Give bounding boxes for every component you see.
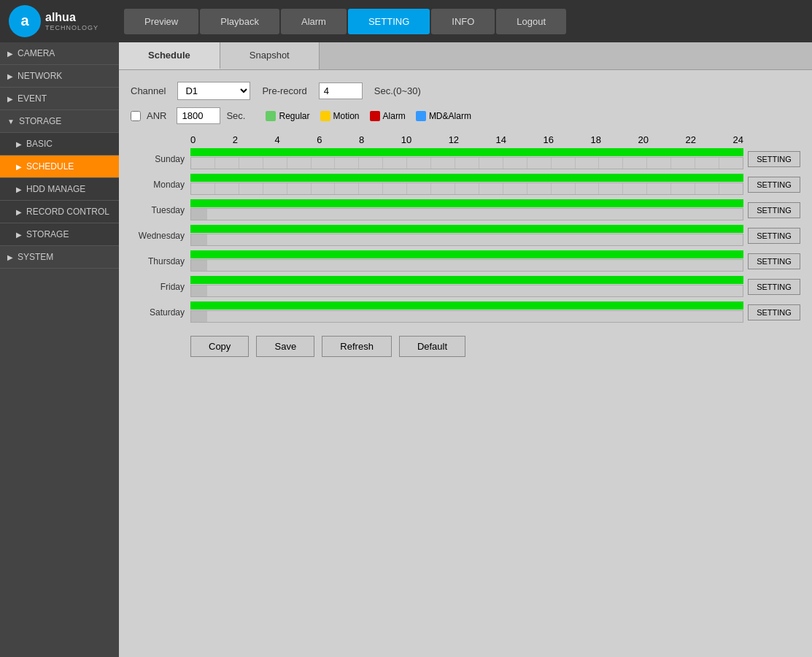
regular-dot: [266, 111, 276, 121]
nav-logout[interactable]: Logout: [496, 9, 566, 34]
sidebar-label-basic: BASIC: [26, 139, 53, 149]
event-arrow: ▶: [7, 95, 13, 103]
save-button[interactable]: Save: [256, 336, 314, 357]
hour-22: 22: [685, 134, 695, 145]
monday-bars[interactable]: [190, 174, 743, 195]
tuesday-row: Tuesday: [131, 199, 800, 220]
nav-alarm[interactable]: Alarm: [281, 9, 347, 34]
hour-12: 12: [449, 134, 459, 145]
saturday-bars[interactable]: [190, 301, 743, 323]
top-controls: Channel D1 Pre-record Sec.(0~30): [131, 82, 800, 100]
friday-row: Friday: [131, 276, 800, 297]
wednesday-label: Wednesday: [131, 231, 190, 241]
sidebar-item-hdd-manage[interactable]: ▶ HDD MANAGE: [0, 178, 119, 201]
prerecord-label: Pre-record: [262, 85, 306, 96]
prerecord-input[interactable]: [319, 82, 363, 99]
sidebar-item-system[interactable]: ▶ SYSTEM: [0, 246, 119, 269]
hour-4: 4: [274, 134, 279, 145]
hour-8: 8: [359, 134, 364, 145]
alarm-label: Alarm: [383, 111, 406, 121]
tab-bar: Schedule Snapshot: [119, 42, 812, 70]
prerecord-unit: Sec.(0~30): [374, 85, 421, 96]
sidebar-label-schedule: SCHEDULE: [26, 161, 74, 172]
friday-bars[interactable]: [190, 276, 743, 297]
default-button[interactable]: Default: [399, 336, 465, 357]
regular-label: Regular: [279, 111, 309, 121]
sunday-setting[interactable]: SETTING: [748, 151, 800, 167]
tuesday-label: Tuesday: [131, 205, 190, 215]
sidebar-item-schedule[interactable]: ▶ SCHEDULE: [0, 155, 119, 178]
anr-label: ANR: [147, 110, 166, 121]
sidebar-label-storage-sub: STORAGE: [26, 229, 69, 239]
monday-setting[interactable]: SETTING: [748, 177, 800, 193]
sidebar-label-hdd: HDD MANAGE: [26, 184, 85, 194]
monday-row: Monday: [131, 174, 800, 195]
thursday-label: Thursday: [131, 256, 190, 266]
anr-row: ANR Sec. Regular Motion Alarm: [131, 107, 800, 124]
tab-schedule[interactable]: Schedule: [119, 42, 220, 69]
network-arrow: ▶: [7, 72, 13, 80]
legend-regular: Regular: [266, 111, 309, 121]
channel-label: Channel: [131, 85, 166, 96]
sidebar-item-basic[interactable]: ▶ BASIC: [0, 133, 119, 155]
hour-20: 20: [638, 134, 649, 145]
hour-18: 18: [591, 134, 601, 145]
system-arrow: ▶: [7, 253, 13, 261]
nav-setting[interactable]: SETTING: [348, 9, 430, 34]
saturday-label: Saturday: [131, 307, 190, 318]
hour-6: 6: [317, 134, 322, 145]
tuesday-setting[interactable]: SETTING: [748, 202, 800, 218]
sidebar-item-storage-sub[interactable]: ▶ STORAGE: [0, 223, 119, 246]
sidebar-item-camera[interactable]: ▶ CAMERA: [0, 42, 119, 65]
tab-snapshot[interactable]: Snapshot: [220, 42, 320, 69]
wednesday-setting[interactable]: SETTING: [748, 228, 800, 244]
sunday-bars[interactable]: [190, 148, 743, 169]
alarm-dot: [370, 111, 380, 121]
hour-10: 10: [401, 134, 411, 145]
content-area: Schedule Snapshot Channel D1 Pre-record …: [119, 42, 812, 657]
tuesday-bars[interactable]: [190, 199, 743, 220]
anr-input[interactable]: [177, 107, 220, 124]
sunday-row: Sunday: [131, 148, 800, 169]
wednesday-bars[interactable]: [190, 225, 743, 246]
thursday-row: Thursday: [131, 250, 800, 272]
thursday-setting[interactable]: SETTING: [748, 253, 800, 269]
storage-arrow: ▼: [7, 118, 15, 126]
anr-checkbox[interactable]: [131, 111, 141, 121]
sunday-label: Sunday: [131, 154, 190, 164]
sidebar-label-network: NETWORK: [18, 71, 62, 81]
sidebar-label-event: EVENT: [18, 93, 47, 104]
friday-setting[interactable]: SETTING: [748, 279, 800, 295]
saturday-setting[interactable]: SETTING: [748, 304, 800, 320]
nav-bar: Preview Playback Alarm SETTING INFO Logo…: [117, 9, 573, 34]
mdalarm-label: MD&Alarm: [429, 111, 471, 121]
brand-name: alhua: [45, 11, 98, 24]
hour-16: 16: [544, 134, 554, 145]
channel-select[interactable]: D1: [177, 82, 250, 100]
timeline-header: 0 2 4 6 8 10 12 14 16 18 20 22 24: [131, 134, 800, 145]
schedule-days: Sunday: [131, 148, 800, 323]
nav-info[interactable]: INFO: [431, 9, 495, 34]
sidebar-item-storage[interactable]: ▼ STORAGE: [0, 110, 119, 133]
sidebar-label-storage: STORAGE: [19, 116, 61, 126]
svg-text:a: a: [20, 12, 29, 28]
nav-preview[interactable]: Preview: [124, 9, 198, 34]
legend-motion: Motion: [320, 111, 360, 121]
storage-submenu: ▶ BASIC ▶ SCHEDULE ▶ HDD MANAGE ▶ RECORD…: [0, 133, 119, 246]
saturday-row: Saturday: [131, 301, 800, 323]
sidebar-item-network[interactable]: ▶ NETWORK: [0, 65, 119, 88]
schedule-panel: Channel D1 Pre-record Sec.(0~30) ANR Sec…: [119, 70, 812, 369]
nav-playback[interactable]: Playback: [200, 9, 279, 34]
hour-14: 14: [496, 134, 506, 145]
copy-button[interactable]: Copy: [190, 336, 249, 357]
brand-sub: TECHNOLOGY: [45, 24, 98, 31]
motion-label: Motion: [333, 111, 360, 121]
anr-unit: Sec.: [226, 110, 245, 121]
refresh-button[interactable]: Refresh: [322, 336, 392, 357]
sidebar-item-event[interactable]: ▶ EVENT: [0, 88, 119, 110]
thursday-bars[interactable]: [190, 250, 743, 272]
sidebar-item-record-control[interactable]: ▶ RECORD CONTROL: [0, 201, 119, 223]
hour-0: 0: [190, 134, 196, 145]
sidebar: ▶ CAMERA ▶ NETWORK ▶ EVENT ▼ STORAGE ▶ B…: [0, 42, 119, 657]
sidebar-label-camera: CAMERA: [18, 48, 55, 58]
